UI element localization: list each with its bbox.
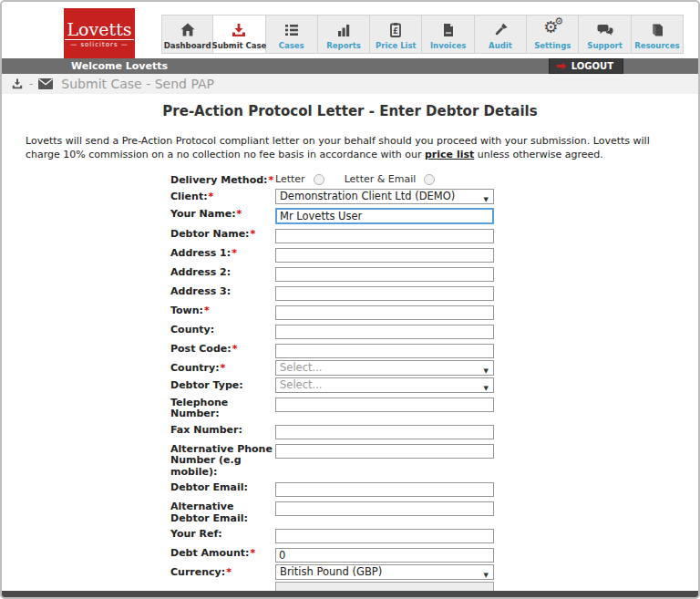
form-row-debt-amount: Debt Amount:* <box>170 545 698 563</box>
welcome-text: Welcome Lovetts <box>71 60 168 72</box>
welcome-bar: Welcome Lovetts LOGOUT <box>2 58 698 74</box>
nav-label: Invoices <box>430 41 466 50</box>
chevron-down-icon: ▼ <box>484 365 489 378</box>
town-input[interactable] <box>275 305 494 320</box>
header: Lovetts solicitors Dashboard Submit Case… <box>2 2 698 58</box>
client-select[interactable]: Demonstration Client Ltd (DEMO)▼ <box>275 189 494 204</box>
postcode-input[interactable] <box>275 344 494 358</box>
nav-label: Resources <box>634 41 679 50</box>
debtor-email-input[interactable] <box>275 482 494 497</box>
field-label: Country:* <box>170 360 275 376</box>
form-row-address1: Address 1:* <box>170 245 698 263</box>
form-row-currency: Currency:* British Pound (GBP)▼ <box>170 564 698 580</box>
chevron-down-icon: ▼ <box>484 382 489 396</box>
alt-debtor-email-input[interactable] <box>275 501 494 516</box>
breadcrumb-title: Submit Case - Send PAP <box>61 77 214 91</box>
chevron-down-icon: ▼ <box>484 193 489 207</box>
letter-email-radio[interactable] <box>424 174 435 185</box>
form-row-client: Client:* Demonstration Client Ltd (DEMO)… <box>170 189 698 204</box>
intro-text-after: unless otherwise agreed. <box>474 149 603 160</box>
your-name-input[interactable] <box>275 208 494 224</box>
download-icon[interactable] <box>11 77 24 90</box>
nav-label: Audit <box>489 41 512 50</box>
gears-icon: ⚙⚙ <box>543 21 561 39</box>
nav-item-audit[interactable]: Audit <box>475 15 527 54</box>
form-row-your-ref: Your Ref: <box>170 526 698 543</box>
nav-item-submit-case[interactable]: Submit Case <box>213 15 265 54</box>
field-label: Address 2: <box>170 264 275 282</box>
nav-label: Settings <box>534 41 571 50</box>
nav-label: Support <box>587 41 622 50</box>
field-label: Fax Number: <box>170 422 275 439</box>
field-label: County: <box>170 322 275 339</box>
form-row-debtor-email: Debtor Email: <box>170 480 698 497</box>
field-label: Debtor Type: <box>170 377 275 393</box>
main-nav: Dashboard Submit Case Cases Reports £ Pr… <box>161 15 684 54</box>
home-icon <box>179 21 197 39</box>
required-asterisk: * <box>221 362 226 374</box>
required-asterisk: * <box>269 174 274 186</box>
debtor-name-input[interactable] <box>275 229 494 243</box>
nav-item-support[interactable]: Support <box>579 15 631 54</box>
submit-case-download-icon <box>230 21 248 39</box>
nav-item-settings[interactable]: ⚙⚙ Settings <box>527 15 579 54</box>
field-label: Your Ref: <box>170 526 275 543</box>
nav-label: Reports <box>326 41 361 50</box>
county-input[interactable] <box>275 325 494 339</box>
form-row-address3: Address 3: <box>170 284 698 301</box>
required-asterisk: * <box>251 228 256 240</box>
nav-item-invoices[interactable]: Invoices <box>422 15 474 54</box>
nav-item-resources[interactable]: Resources <box>632 15 684 54</box>
document-icon <box>439 21 458 39</box>
field-label: Town:* <box>170 303 275 320</box>
your-ref-input[interactable] <box>275 529 494 543</box>
price-list-link[interactable]: price list <box>425 149 474 160</box>
nav-label: Price List <box>376 41 417 50</box>
logout-button[interactable]: LOGOUT <box>549 58 623 74</box>
field-label: Post Code:* <box>170 341 275 358</box>
address2-input[interactable] <box>275 267 494 282</box>
telephone-input[interactable] <box>275 398 494 412</box>
address3-input[interactable] <box>275 286 494 301</box>
address1-input[interactable] <box>275 248 494 263</box>
page-title: Pre-Action Protocol Letter - Enter Debto… <box>2 103 698 119</box>
form-row-delivery-method: Delivery Method:* Letter Letter & Email <box>170 172 698 187</box>
nav-label: Cases <box>279 41 304 50</box>
form-row-telephone: Telephone Number: <box>170 395 698 420</box>
fax-input[interactable] <box>275 425 494 439</box>
chevron-down-icon: ▼ <box>484 569 489 583</box>
book-icon <box>648 21 666 39</box>
form-row-postcode: Post Code:* <box>170 341 698 358</box>
logo-tagline: solicitors <box>64 41 135 48</box>
required-asterisk: * <box>250 547 255 559</box>
required-asterisk: * <box>226 566 232 578</box>
nav-item-price-list[interactable]: £ Price List <box>370 15 422 54</box>
window-bottom-bar <box>2 591 698 597</box>
debt-amount-input[interactable] <box>275 548 494 563</box>
debtor-details-form: Delivery Method:* Letter Letter & Email … <box>170 172 698 599</box>
list-icon <box>283 21 301 39</box>
breadcrumb-separator: - <box>29 77 33 90</box>
delivery-method-options: Letter Letter & Email <box>275 172 494 185</box>
field-label: Debtor Name:* <box>170 226 275 243</box>
country-select[interactable]: Select...▼ <box>275 360 494 376</box>
alt-phone-input[interactable] <box>275 444 494 459</box>
nav-item-dashboard[interactable]: Dashboard <box>161 15 213 54</box>
envelope-icon <box>38 78 53 89</box>
nav-label: Submit Case <box>212 41 267 50</box>
nav-item-reports[interactable]: Reports <box>318 15 370 54</box>
field-label: Address 3: <box>170 284 275 301</box>
currency-select[interactable]: British Pound (GBP)▼ <box>275 564 494 580</box>
nav-item-cases[interactable]: Cases <box>266 15 318 54</box>
field-label: Alternative Phone Number (e.g mobile): <box>170 441 275 479</box>
required-asterisk: * <box>232 343 238 355</box>
logout-label: LOGOUT <box>571 59 613 73</box>
field-label: Debtor Email: <box>170 480 275 497</box>
lovetts-logo: Lovetts solicitors <box>64 8 135 58</box>
form-row-country: Country:* Select...▼ <box>170 360 698 376</box>
svg-text:£: £ <box>393 26 398 36</box>
form-row-your-name: Your Name:* <box>170 206 698 224</box>
debtor-type-select[interactable]: Select...▼ <box>275 377 494 393</box>
letter-radio[interactable] <box>314 174 324 185</box>
required-asterisk: * <box>209 191 214 202</box>
